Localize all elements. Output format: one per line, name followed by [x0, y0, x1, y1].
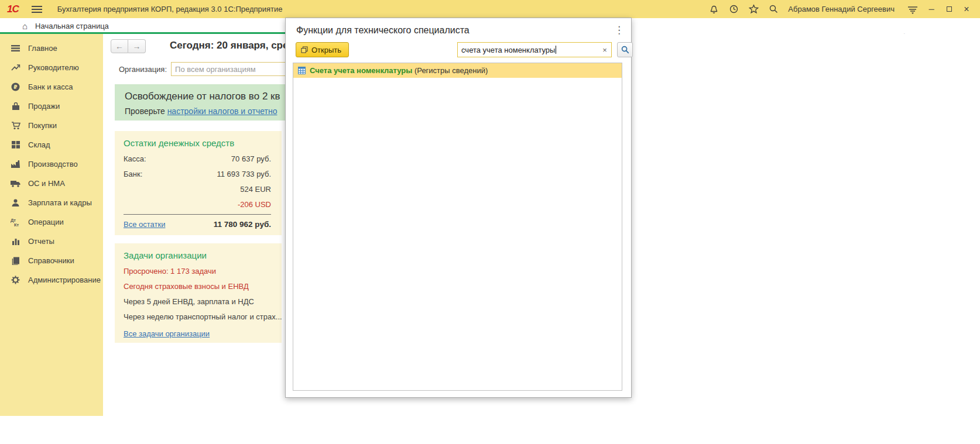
result-type: (Регистры сведений): [412, 66, 488, 75]
balances-total: 11 780 962 руб.: [214, 220, 271, 229]
notice-text: Проверьте: [125, 106, 167, 116]
task-item-week[interactable]: Через неделю транспортный налог и страх.…: [124, 312, 271, 321]
global-search-icon[interactable]: [763, 2, 783, 16]
minimize-button[interactable]: ─: [923, 2, 940, 16]
1c-logo-icon: 1С: [7, 4, 19, 15]
open-window-icon: [301, 46, 308, 53]
result-name: Счета учета номенклатуры: [310, 66, 412, 75]
text-caret: [556, 46, 556, 54]
sidebar-item-production[interactable]: Производство: [0, 154, 103, 174]
tasks-title: Задачи организации: [124, 250, 271, 260]
maximize-button[interactable]: [940, 2, 958, 16]
dtkt-icon: ДтКт: [11, 218, 20, 227]
balance-value: 70 637 руб.: [231, 154, 271, 163]
tab-home-label: Начальная страница: [35, 22, 109, 30]
open-button[interactable]: Открыть: [296, 42, 349, 57]
cart-icon: [11, 121, 20, 130]
close-button[interactable]: ×: [958, 2, 975, 16]
search-results-list: Счета учета номенклатуры (Регистры сведе…: [293, 63, 622, 391]
clear-search-icon[interactable]: ×: [598, 46, 611, 54]
total-separator: [124, 214, 271, 215]
svg-text:Кт: Кт: [14, 222, 19, 227]
service-menu-icon[interactable]: [903, 2, 923, 16]
menu-icon: [11, 44, 20, 53]
tax-settings-link[interactable]: настройки налогов и отчетно: [167, 106, 277, 116]
balance-value: 11 693 733 руб.: [217, 170, 272, 178]
sidebar-item-sales[interactable]: Продажи: [0, 97, 103, 116]
history-nav: ← →: [111, 39, 146, 53]
task-item-overdue[interactable]: Просрочено: 1 173 задачи: [124, 267, 271, 276]
balance-label: Касса:: [124, 154, 146, 163]
sidebar-item-fixed-assets[interactable]: ОС и НМА: [0, 174, 103, 193]
sidebar-item-operations[interactable]: ДтКт Операции: [0, 212, 103, 232]
tab-home-page[interactable]: ⌂ Начальная страница: [0, 18, 285, 34]
ruble-icon: ₽: [11, 82, 20, 92]
dialog-more-icon[interactable]: ⋮: [614, 25, 624, 35]
forward-arrow-button[interactable]: →: [128, 39, 146, 53]
sidebar-item-reports[interactable]: Отчеты: [0, 232, 103, 251]
chart-icon: [11, 237, 20, 246]
tech-functions-dialog: Функции для технического специалиста ⋮ О…: [285, 18, 632, 398]
task-item-today[interactable]: Сегодня страховые взносы и ЕНВД: [124, 282, 271, 291]
trend-icon: [11, 63, 20, 73]
metadata-search-input[interactable]: счета учета номенклатуры ×: [457, 42, 612, 57]
factory-icon: [11, 160, 20, 169]
sidebar-item-main[interactable]: Главное: [0, 39, 103, 58]
result-row-accounts[interactable]: Счета учета номенклатуры (Регистры сведе…: [293, 63, 622, 78]
search-value: счета учета номенклатуры: [461, 46, 555, 54]
balance-value-negative: -206 USD: [238, 200, 271, 209]
svg-text:₽: ₽: [13, 84, 17, 90]
balance-label: Банк:: [124, 170, 142, 178]
sidebar-item-purchases[interactable]: Покупки: [0, 116, 103, 135]
home-icon: ⌂: [22, 22, 28, 30]
sidebar-item-bank[interactable]: ₽ Банк и касса: [0, 77, 103, 97]
notifications-bell-icon[interactable]: [704, 2, 724, 16]
main-menu-icon[interactable]: [32, 6, 42, 13]
titlebar: 1С Бухгалтерия предприятия КОРП, редакци…: [0, 0, 980, 18]
sidebar: Главное Руководителю ₽ Банк и касса Прод…: [0, 34, 103, 416]
history-icon[interactable]: [724, 2, 743, 16]
search-icon: [621, 46, 629, 54]
current-user[interactable]: Абрамов Геннадий Сергеевич: [788, 5, 895, 13]
sidebar-item-hr[interactable]: Зарплата и кадры: [0, 193, 103, 212]
dialog-title: Функции для технического специалиста: [296, 25, 470, 36]
favorites-star-icon[interactable]: [743, 2, 763, 16]
person-icon: [11, 198, 20, 208]
sidebar-item-references[interactable]: Справочники: [0, 251, 103, 270]
app-window: 1С Бухгалтерия предприятия КОРП, редакци…: [0, 0, 980, 444]
organization-tasks-widget: Задачи организации Просрочено: 1 173 зад…: [115, 243, 282, 343]
balance-value: 524 EUR: [240, 185, 271, 194]
today-heading: Сегодня: 20 января, среда: [170, 40, 300, 51]
bag-icon: [11, 102, 20, 111]
gear-icon: [11, 276, 20, 285]
task-item-5days[interactable]: Через 5 дней ЕНВД, зарплата и НДС: [124, 297, 271, 306]
truck-icon: [11, 179, 20, 188]
run-search-button[interactable]: [617, 42, 633, 57]
all-balances-link[interactable]: Все остатки: [124, 220, 165, 229]
back-arrow-button[interactable]: ←: [111, 39, 128, 53]
sidebar-item-administration[interactable]: Администрирование: [0, 270, 103, 290]
register-table-icon: [298, 67, 306, 74]
balances-title: Остатки денежных средств: [124, 138, 271, 148]
sidebar-item-manager[interactable]: Руководителю: [0, 58, 103, 77]
sidebar-item-warehouse[interactable]: Склад: [0, 135, 103, 154]
organization-label: Организация:: [119, 65, 167, 74]
grid-icon: [11, 140, 20, 150]
app-title: Бухгалтерия предприятия КОРП, редакция 3…: [57, 5, 283, 13]
cash-balances-widget: Остатки денежных средств Касса:70 637 ру…: [115, 131, 282, 235]
all-tasks-link[interactable]: Все задачи организации: [124, 329, 210, 338]
books-icon: [11, 256, 20, 266]
